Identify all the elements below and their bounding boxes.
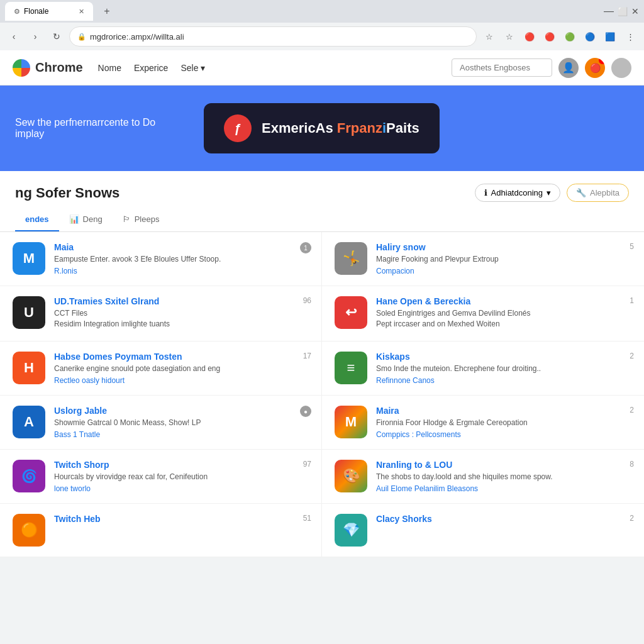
app-category[interactable]: Comppics : Pellcosments <box>376 430 631 439</box>
app-icon: ↩ <box>335 296 367 329</box>
browser-tab[interactable]: ⚙ Flonale ✕ <box>5 2 93 21</box>
app-icon: 🌀 <box>13 460 45 492</box>
app-info: Habse Domes Poymam Tosten Canerike engin… <box>54 352 309 385</box>
app-category[interactable]: Refinnone Canos <box>376 376 631 385</box>
app-desc: Smo Inde the muteion. Ehcrephene four dr… <box>376 364 631 374</box>
toolbar-icons: ☆ ☆ 🔴 🔴 🟢 🔵 🟦 ⋮ <box>480 28 639 45</box>
nav-experice[interactable]: Experice <box>134 63 168 73</box>
app-name[interactable]: Twitch Shorp <box>54 460 309 470</box>
bookmark-icon[interactable]: ☆ <box>480 28 498 45</box>
app-desc: Hourcals by virovidge reax cal for, Ceni… <box>54 472 309 482</box>
app-icon: 💎 <box>335 514 367 547</box>
app-number: 1 <box>630 296 634 305</box>
filter-dropdown[interactable]: ℹ Adhiatdconing ▾ <box>475 184 560 202</box>
tab-endes[interactable]: endes <box>15 208 59 231</box>
app-name[interactable]: Twitch Heb <box>54 514 309 524</box>
filter-icon: ℹ <box>484 188 487 197</box>
new-tab-button[interactable]: + <box>98 3 116 20</box>
app-number: 8 <box>630 460 634 469</box>
app-number: 17 <box>303 352 311 360</box>
action-button[interactable]: 🔧 Alepbita <box>567 184 629 202</box>
app-name[interactable]: Maia <box>54 242 309 252</box>
tab-pleeps[interactable]: 🏳 Pleeps <box>113 208 170 231</box>
app-icon: U <box>13 296 45 329</box>
app-number: 51 <box>303 514 311 523</box>
app-name[interactable]: Hane Open & Bereckia <box>376 296 631 306</box>
app-info: Kiskaps Smo Inde the muteion. Ehcrephene… <box>376 352 631 385</box>
app-category[interactable]: lone tworlo <box>54 484 309 493</box>
banner-card: ƒ ExmericAs FrpanziPaits <box>204 103 440 153</box>
tab-close-button[interactable]: ✕ <box>79 8 84 16</box>
app-name[interactable]: UD.Tramies Sxitel Glrand <box>54 296 309 306</box>
refresh-button[interactable]: ↻ <box>48 28 65 45</box>
bookmark2-icon[interactable]: ☆ <box>501 28 518 45</box>
minimize-button[interactable]: — <box>604 6 614 17</box>
app-name[interactable]: Clacy Shorks <box>376 514 631 524</box>
restore-button[interactable]: ⬜ <box>618 6 628 17</box>
extension-icon4[interactable]: 🔵 <box>581 28 599 45</box>
app-icon: H <box>13 352 45 384</box>
search-input[interactable] <box>452 58 552 77</box>
avatar-icon[interactable]: 🔴 ! <box>585 58 605 78</box>
browser-toolbar: ‹ › ↻ 🔒 mgdrorice:.ampx//willta.ali ☆ ☆ … <box>0 23 644 50</box>
app-number: 5 <box>630 242 634 251</box>
app-badge: ● <box>300 406 311 417</box>
address-bar[interactable]: 🔒 mgdrorice:.ampx//willta.ali <box>69 26 477 47</box>
app-name[interactable]: Uslorg Jable <box>54 406 309 416</box>
app-desc: Eampuste Enter. avook 3 Efe Bloules Uffe… <box>54 254 309 265</box>
extension-icon2[interactable]: 🔴 <box>541 28 558 45</box>
app-icon: A <box>13 406 45 438</box>
tab-deng[interactable]: 📊 Deng <box>59 208 113 231</box>
app-name[interactable]: Maira <box>376 406 631 416</box>
extension-icon5[interactable]: 🟦 <box>601 28 619 45</box>
card-title-end: Paits <box>386 120 419 136</box>
close-button[interactable]: ✕ <box>631 6 639 17</box>
banner: Sew the perfnernarrcente to Do implay ƒ … <box>0 86 644 171</box>
app-icon: ≡ <box>335 352 367 384</box>
app-desc: Fironnia Foor Hlodge & Ergmale Cereopati… <box>376 418 631 428</box>
app-info: Uslorg Jable Showmie Gatrcal 0 Monic Mea… <box>54 406 309 439</box>
user-avatar[interactable]: 👤 <box>558 58 579 78</box>
list-item: ↩ Hane Open & Bereckia Soled Engintriges… <box>322 286 644 342</box>
app-number: 97 <box>303 460 311 469</box>
chevron-down-icon: ▾ <box>547 188 551 197</box>
app-icon: M <box>13 242 45 275</box>
app-name[interactable]: Habse Domes Poymam Tosten <box>54 352 309 362</box>
app-info: Hane Open & Bereckia Soled Engintriges a… <box>376 296 631 331</box>
site-header: Chrome Nome Experice Sele 👤 🔴 ! <box>0 50 644 86</box>
list-item: M Maira Fironnia Foor Hlodge & Ergmale C… <box>322 396 644 450</box>
nav-nome[interactable]: Nome <box>98 63 121 73</box>
browser-titlebar: ⚙ Flonale ✕ + — ⬜ ✕ <box>0 0 644 23</box>
nav-sele[interactable]: Sele <box>180 63 205 73</box>
app-category[interactable]: R.lonis <box>54 267 309 275</box>
app-grid: M Maia Eampuste Enter. avook 3 Efe Bloul… <box>0 232 644 557</box>
app-category[interactable]: Auil Elome Pelanilim Bleasons <box>376 484 631 493</box>
extension-icon3[interactable]: 🟢 <box>561 28 579 45</box>
app-name[interactable]: Kiskaps <box>376 352 631 362</box>
app-category[interactable]: Bass 1 Tnatle <box>54 430 309 439</box>
menu-icon[interactable]: ⋮ <box>621 28 639 45</box>
app-desc: Soled Engintriges and Gemva Devilind Elo… <box>376 308 631 330</box>
app-category[interactable]: Compacion <box>376 267 631 275</box>
main-content: ng Sofer Snows ℹ Adhiatdconing ▾ 🔧 Alepb… <box>0 171 644 557</box>
app-category[interactable]: Rectleo oasly hidourt <box>54 376 309 385</box>
chrome-logo-icon <box>13 59 30 77</box>
content-tabs: endes 📊 Deng 🏳 Pleeps <box>0 208 644 232</box>
lock-icon: 🔒 <box>77 33 86 41</box>
header-right: 👤 🔴 ! <box>452 58 631 78</box>
extension-icon1[interactable]: 🔴 <box>521 28 538 45</box>
app-info: Maira Fironnia Foor Hlodge & Ergmale Cer… <box>376 406 631 439</box>
tab-title: Flonale <box>24 7 48 16</box>
site-nav: Nome Experice Sele <box>98 63 206 73</box>
list-item: 🎨 Nranling to & LOU The shobs to day.loo… <box>322 450 644 504</box>
list-item: 💎 Clacy Shorks 2 <box>322 504 644 557</box>
app-name[interactable]: Haliry snow <box>376 242 631 252</box>
profile-icon[interactable] <box>611 58 631 78</box>
app-name[interactable]: Nranling to & LOU <box>376 460 631 470</box>
tab-favicon: ⚙ <box>14 8 20 16</box>
back-button[interactable]: ‹ <box>5 28 23 45</box>
forward-button[interactable]: › <box>26 28 44 45</box>
card-title-white: ExmericAs <box>262 120 337 136</box>
tab-deng-label: Deng <box>83 214 103 224</box>
app-icon: 🟠 <box>13 514 45 547</box>
